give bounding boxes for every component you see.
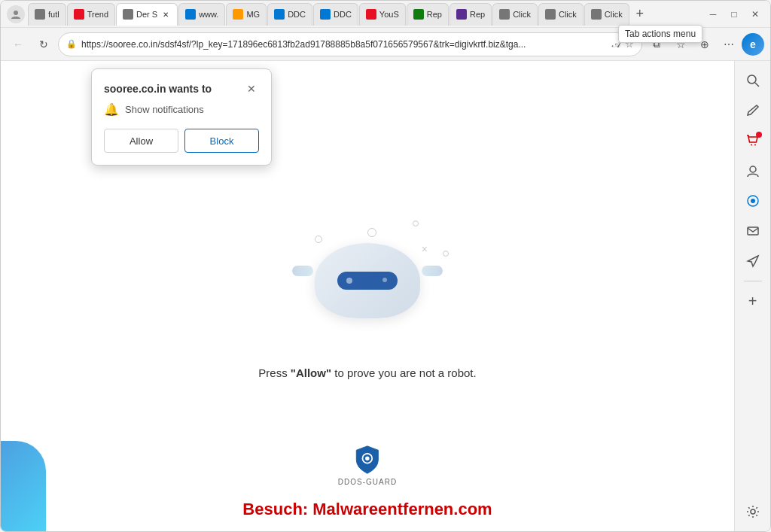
watermark-text: Besuch: Malwareentfernen.com (242, 500, 492, 518)
tab-yous[interactable]: YouS (359, 3, 406, 26)
sidebar-plane-button[interactable] (739, 248, 766, 275)
bell-icon: 🔔 (104, 102, 119, 117)
sidebar-mail-button[interactable] (739, 217, 766, 245)
tab-favicon (320, 9, 331, 20)
more-options-button[interactable]: ⋯ (718, 33, 740, 56)
deco-circle-1 (367, 228, 376, 237)
robot-body (315, 243, 420, 318)
dialog-buttons: Allow Block (104, 129, 259, 153)
tab-ddc1[interactable]: DDC (267, 3, 312, 26)
svg-point-0 (14, 11, 18, 15)
dialog-title-text: sooree.co.in wants to (104, 83, 212, 95)
ddos-guard-footer: DDOS-GUARD (338, 445, 397, 486)
tab-futl[interactable]: futl (28, 3, 66, 26)
tab-label: Click (605, 10, 623, 19)
sidebar-add-button[interactable]: + (739, 287, 766, 315)
watermark: Besuch: Malwareentfernen.com (242, 500, 492, 519)
tab-rep1[interactable]: Rep (407, 3, 449, 26)
robot-caption: Press "Allow" to prove you are not a rob… (258, 366, 476, 379)
edge-profile-button[interactable]: e (742, 33, 764, 56)
tab-favicon (274, 9, 285, 20)
sidebar-search-button[interactable] (739, 67, 766, 94)
tab-click1[interactable]: Click (492, 3, 538, 26)
window-controls: ─ □ ✕ (704, 5, 764, 23)
tab-favicon (35, 9, 45, 20)
tab-favicon (413, 9, 424, 20)
sidebar-settings-button[interactable] (739, 498, 766, 525)
svg-point-5 (751, 144, 752, 146)
tab-favicon (123, 9, 133, 20)
shopping-icon (746, 134, 760, 147)
new-tab-button[interactable]: + (630, 5, 650, 24)
tab-trend[interactable]: Trend (67, 3, 115, 26)
tab-favicon (499, 9, 510, 20)
tabs-container: futl Trend Der S ✕ www. MG DDC (28, 3, 701, 26)
plane-icon (746, 254, 760, 268)
tab-favicon (233, 9, 243, 20)
tab-label: Der S (136, 10, 157, 19)
tab-favicon (456, 9, 467, 20)
svg-point-7 (750, 166, 756, 172)
robot-text-bold: "Allow" (291, 366, 331, 379)
tab-favicon (591, 9, 602, 20)
sidebar-pen-button[interactable] (739, 97, 766, 124)
profile-avatar[interactable] (7, 5, 25, 23)
close-button[interactable]: ✕ (746, 5, 764, 23)
svg-point-9 (751, 199, 755, 203)
robot-dot-1 (346, 278, 352, 284)
deco-circle-2 (443, 251, 449, 257)
tab-label: www. (199, 10, 218, 19)
windows-decoration (1, 441, 46, 531)
tab-actions-tooltip-text: Tab actions menu (625, 29, 696, 39)
sidebar-shopping-button[interactable] (739, 127, 766, 154)
right-sidebar: + (734, 61, 770, 531)
allow-button[interactable]: Allow (104, 129, 178, 153)
tab-favicon (74, 9, 84, 20)
tab-click3[interactable]: Click (584, 3, 629, 26)
dialog-close-button[interactable]: ✕ (244, 81, 259, 96)
sidebar-person-button[interactable] (739, 157, 766, 184)
sidebar-divider (744, 281, 762, 281)
dialog-title-bar: sooree.co.in wants to ✕ (104, 81, 259, 96)
tab-close-icon[interactable]: ✕ (160, 9, 171, 20)
tab-amazon[interactable]: MG (226, 3, 267, 26)
tab-ddc2[interactable]: DDC (313, 3, 358, 26)
title-bar: futl Trend Der S ✕ www. MG DDC (1, 1, 770, 28)
notification-dialog: sooree.co.in wants to ✕ 🔔 Show notificat… (91, 68, 272, 166)
tab-label: Trend (87, 10, 108, 19)
tab-active[interactable]: Der S ✕ (116, 3, 178, 26)
maximize-button[interactable]: □ (725, 5, 743, 23)
tab-click2[interactable]: Click (538, 3, 584, 26)
svg-point-6 (754, 144, 756, 146)
deco-circle-4 (413, 220, 419, 226)
robot-arm-left (292, 266, 313, 276)
notification-text: Show notifications (125, 104, 204, 115)
minimize-button[interactable]: ─ (704, 5, 722, 23)
tab-label: Rep (470, 10, 485, 19)
tab-label: Rep (427, 10, 442, 19)
tab-www[interactable]: www. (178, 3, 225, 26)
url-text: https://sooree.co.in/sdsf4sf/?lp_key=171… (81, 39, 608, 50)
address-bar[interactable]: 🔒 https://sooree.co.in/sdsf4sf/?lp_key=1… (58, 32, 642, 56)
reload-button[interactable]: ↻ (32, 33, 55, 56)
back-button[interactable]: ← (7, 33, 29, 56)
tab-favicon (545, 9, 556, 20)
robot-arm-right (422, 266, 443, 276)
page-area: sooree.co.in wants to ✕ 🔔 Show notificat… (1, 61, 734, 531)
deco-x-1: × (422, 243, 428, 255)
robot-visor (337, 272, 398, 290)
tab-rep2[interactable]: Rep (449, 3, 492, 26)
settings-icon (746, 505, 760, 518)
tab-favicon (366, 9, 376, 20)
tab-label: Click (559, 10, 577, 19)
lock-icon: 🔒 (66, 39, 77, 49)
tab-favicon (185, 9, 196, 20)
svg-point-2 (365, 456, 369, 460)
svg-point-3 (748, 75, 756, 84)
block-button[interactable]: Block (184, 129, 259, 153)
main-content: sooree.co.in wants to ✕ 🔔 Show notificat… (1, 61, 770, 531)
tab-actions-tooltip: Tab actions menu (618, 25, 702, 43)
sidebar-edge-button[interactable] (739, 187, 766, 214)
person-icon (746, 164, 760, 178)
svg-point-11 (751, 509, 755, 514)
